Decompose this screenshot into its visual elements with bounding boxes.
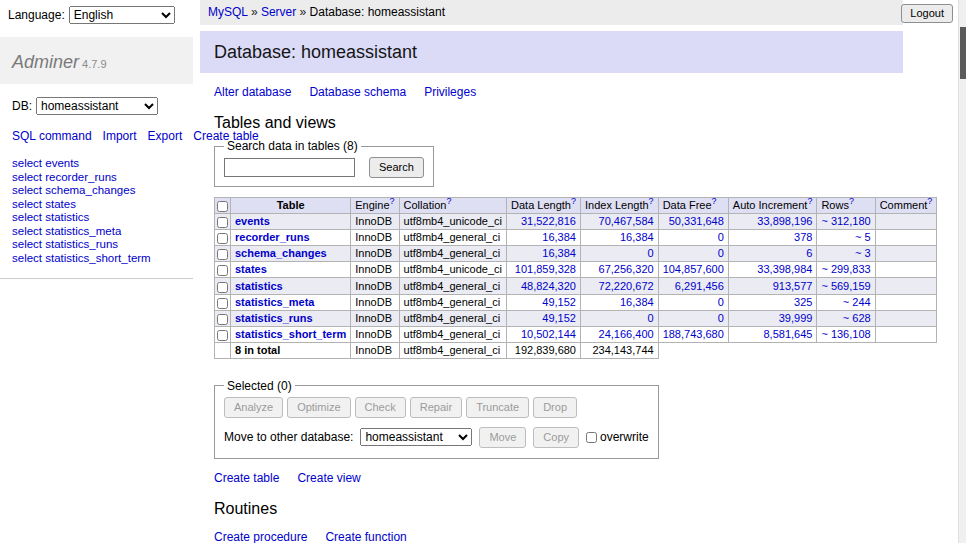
rows-count-link[interactable]: ~ 244: [843, 296, 871, 308]
rows-count-link[interactable]: ~ 569,159: [821, 280, 870, 292]
table-name-link[interactable]: statistics: [235, 280, 283, 292]
data-free-link[interactable]: 104,857,600: [663, 263, 724, 275]
data-free-link[interactable]: 6,291,456: [675, 280, 724, 292]
search-input[interactable]: [224, 158, 355, 177]
index-length-link[interactable]: 72,220,672: [599, 280, 654, 292]
data-length-link[interactable]: 101,859,328: [515, 263, 576, 275]
index-length-link[interactable]: 16,384: [620, 296, 654, 308]
table-name-link[interactable]: states: [235, 263, 267, 275]
index-length-link[interactable]: 24,166,400: [599, 328, 654, 340]
logout-button[interactable]: Logout: [901, 4, 953, 23]
data-free-link[interactable]: 0: [718, 231, 724, 243]
sidebar-table-link[interactable]: select statistics_meta: [12, 225, 121, 237]
auto-increment-link[interactable]: 325: [794, 296, 812, 308]
scrollbar-thumb[interactable]: [960, 27, 966, 79]
help-link[interactable]: ?: [571, 196, 576, 206]
sidebar-table-link[interactable]: select recorder_runs: [12, 171, 117, 183]
index-length-link[interactable]: 70,467,584: [599, 215, 654, 227]
row-checkbox[interactable]: [217, 282, 228, 293]
data-length-link[interactable]: 49,152: [542, 296, 576, 308]
table-name-link[interactable]: recorder_runs: [235, 231, 310, 243]
sidebar-table-link[interactable]: select events: [12, 157, 79, 169]
auto-increment-link[interactable]: 33,398,984: [757, 263, 812, 275]
row-checkbox[interactable]: [217, 233, 228, 244]
index-length-link[interactable]: 16,384: [620, 231, 654, 243]
db-select[interactable]: homeassistant: [36, 97, 158, 115]
table-name-link[interactable]: statistics_runs: [235, 312, 313, 324]
overwrite-option[interactable]: overwrite: [586, 430, 649, 444]
drop-button[interactable]: Drop: [533, 397, 577, 418]
sidebar-link[interactable]: SQL command: [12, 129, 92, 143]
row-checkbox[interactable]: [217, 249, 228, 260]
auto-increment-link[interactable]: 8,581,645: [763, 328, 812, 340]
row-checkbox[interactable]: [217, 217, 228, 228]
auto-increment-link[interactable]: 378: [794, 231, 812, 243]
index-length-link[interactable]: 0: [648, 247, 654, 259]
optimize-button[interactable]: Optimize: [287, 397, 350, 418]
table-name-link[interactable]: statistics_short_term: [235, 328, 346, 340]
db-action-links-item[interactable]: Alter database: [214, 85, 291, 99]
language-select[interactable]: English: [69, 6, 175, 24]
repair-button[interactable]: Repair: [410, 397, 462, 418]
data-free-link[interactable]: 0: [718, 296, 724, 308]
row-checkbox[interactable]: [217, 298, 228, 309]
rows-count-link[interactable]: ~ 299,833: [821, 263, 870, 275]
data-free-link[interactable]: 0: [718, 312, 724, 324]
truncate-button[interactable]: Truncate: [466, 397, 529, 418]
breadcrumb-link[interactable]: Server: [261, 5, 296, 19]
help-link[interactable]: ?: [849, 196, 854, 206]
index-length-link[interactable]: 0: [648, 312, 654, 324]
row-checkbox[interactable]: [217, 314, 228, 325]
help-link[interactable]: ?: [649, 196, 654, 206]
copy-button[interactable]: Copy: [533, 427, 579, 448]
help-link[interactable]: ?: [807, 196, 812, 206]
auto-increment-link[interactable]: 6: [806, 247, 812, 259]
row-checkbox[interactable]: [217, 330, 228, 341]
search-button[interactable]: Search: [369, 157, 424, 178]
help-link[interactable]: ?: [446, 196, 451, 206]
data-length-link[interactable]: 16,384: [542, 247, 576, 259]
scrollbar[interactable]: [958, 0, 966, 543]
table-name-link[interactable]: events: [235, 215, 270, 227]
rows-count-link[interactable]: ~ 312,180: [821, 215, 870, 227]
rows-count-link[interactable]: ~ 136,108: [821, 328, 870, 340]
analyze-button[interactable]: Analyze: [224, 397, 283, 418]
data-free-link[interactable]: 50,331,648: [669, 215, 724, 227]
data-length-link[interactable]: 49,152: [542, 312, 576, 324]
sidebar-table-link[interactable]: select statistics: [12, 211, 89, 223]
move-db-select[interactable]: homeassistant: [360, 428, 472, 446]
row-checkbox[interactable]: [217, 265, 228, 276]
data-length-link[interactable]: 16,384: [542, 231, 576, 243]
rows-count-link[interactable]: ~ 5: [855, 231, 871, 243]
sidebar-link[interactable]: Export: [148, 129, 183, 143]
sidebar-link[interactable]: Import: [103, 129, 137, 143]
sidebar-table-link[interactable]: select states: [12, 198, 76, 210]
data-length-link[interactable]: 48,824,320: [521, 280, 576, 292]
index-length-link[interactable]: 67,256,320: [599, 263, 654, 275]
adminer-logo-link[interactable]: Adminer: [12, 52, 79, 72]
select-all-checkbox[interactable]: [217, 201, 228, 212]
sidebar-table-link[interactable]: select statistics_runs: [12, 238, 118, 250]
table-name-link[interactable]: schema_changes: [235, 247, 327, 259]
move-button[interactable]: Move: [479, 427, 526, 448]
auto-increment-link[interactable]: 39,999: [779, 312, 813, 324]
breadcrumb-link[interactable]: MySQL: [208, 5, 248, 19]
data-length-link[interactable]: 10,502,144: [521, 328, 576, 340]
table-name-link[interactable]: statistics_meta: [235, 296, 315, 308]
auto-increment-link[interactable]: 33,898,196: [757, 215, 812, 227]
data-length-link[interactable]: 31,522,816: [521, 215, 576, 227]
sidebar-table-link[interactable]: select schema_changes: [12, 184, 135, 196]
check-button[interactable]: Check: [355, 397, 406, 418]
sidebar-table-link[interactable]: select statistics_short_term: [12, 252, 151, 264]
data-free-link[interactable]: 188,743,680: [663, 328, 724, 340]
create-links-item[interactable]: Create table: [214, 471, 279, 485]
help-link[interactable]: ?: [927, 196, 932, 206]
auto-increment-link[interactable]: 913,577: [773, 280, 813, 292]
help-link[interactable]: ?: [712, 196, 717, 206]
db-action-links-item[interactable]: Database schema: [309, 85, 406, 99]
db-action-links-item[interactable]: Privileges: [424, 85, 476, 99]
rows-count-link[interactable]: ~ 3: [855, 247, 871, 259]
help-link[interactable]: ?: [390, 196, 395, 206]
overwrite-checkbox[interactable]: [586, 432, 597, 443]
routines-links-item[interactable]: Create function: [325, 530, 406, 543]
